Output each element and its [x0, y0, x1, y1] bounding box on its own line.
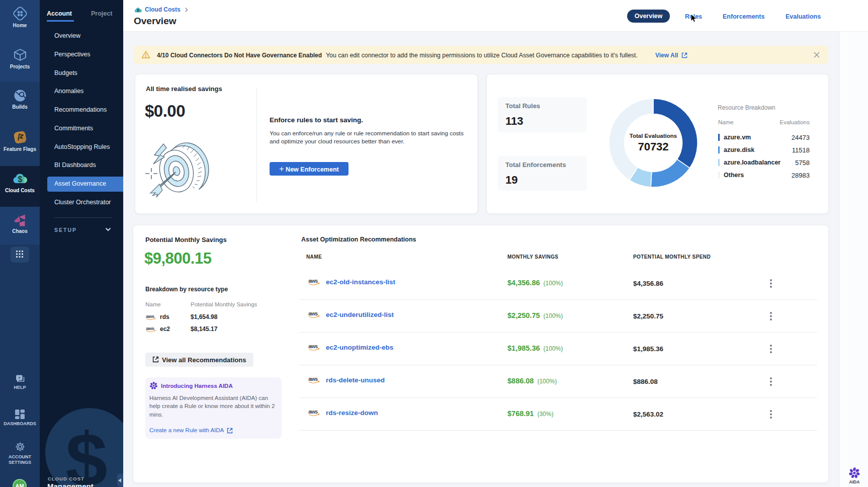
svg-text:aws: aws — [146, 326, 154, 331]
svg-text:aws: aws — [308, 278, 318, 284]
svg-text:aws: aws — [308, 409, 318, 415]
svg-text:?: ? — [18, 376, 20, 380]
svg-text:aws: aws — [308, 310, 318, 316]
svg-text:$: $ — [137, 8, 140, 13]
svg-text:aws: aws — [308, 343, 318, 349]
svg-text:$: $ — [18, 175, 22, 184]
svg-text:aws: aws — [146, 313, 154, 319]
svg-text:aws: aws — [308, 376, 318, 382]
